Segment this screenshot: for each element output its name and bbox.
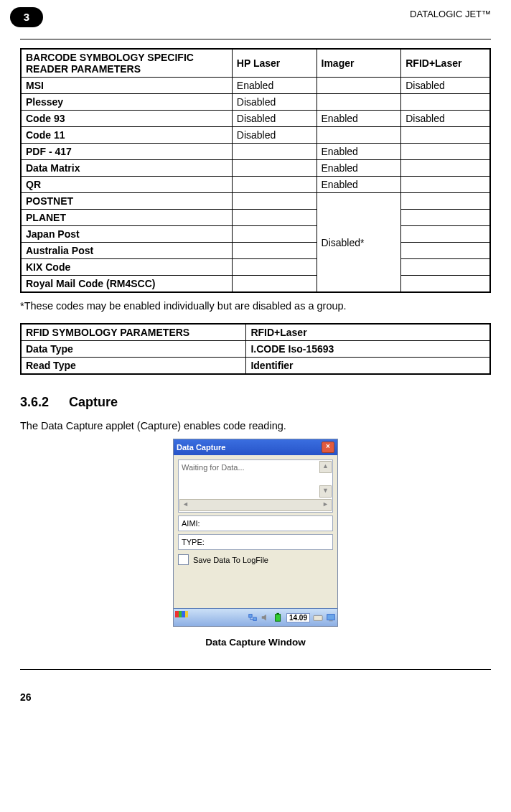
window-titlebar[interactable]: Data Capture × — [174, 439, 337, 455]
page-number: 26 — [20, 691, 491, 703]
start-icon[interactable] — [175, 611, 188, 624]
table-row: MSI Enabled Disabled — [21, 78, 490, 94]
row-name: Australia Post — [21, 243, 232, 259]
barcode-symbology-table: BARCODE SYMBOLOGY SPECIFICREADER PARAMET… — [20, 48, 491, 293]
waiting-text: Waiting for Data... — [182, 463, 245, 472]
svg-rect-6 — [329, 620, 332, 621]
data-capture-window: Data Capture × Waiting for Data... ▲ ▼ ◄… — [173, 439, 338, 627]
cell-rfid: Disabled — [401, 78, 490, 94]
row-name: PDF - 417 — [21, 144, 232, 160]
table-row: Australia Post — [21, 243, 490, 259]
section-body: The Data Capture applet (Capture) enable… — [20, 420, 491, 431]
scroll-down-icon[interactable]: ▼ — [319, 485, 332, 498]
row-name: Code 93 — [21, 111, 232, 127]
row-name: Code 11 — [21, 127, 232, 144]
svg-rect-3 — [276, 613, 279, 615]
cell-hp — [232, 210, 317, 226]
section-number: 3.6.2 — [20, 395, 49, 409]
cell-rfid — [401, 259, 490, 276]
row-name: Read Type — [21, 358, 246, 375]
table-row: Plessey Disabled — [21, 94, 490, 111]
merged-disabled-cell: Disabled* — [317, 193, 401, 293]
tray-battery-icon[interactable] — [273, 612, 283, 622]
svg-rect-5 — [327, 615, 335, 620]
col-header-symbology: BARCODE SYMBOLOGY SPECIFICREADER PARAMET… — [21, 49, 232, 78]
cell-imager: Enabled — [317, 144, 401, 160]
row-name: Data Matrix — [21, 160, 232, 177]
product-name: DATALOGIC JET™ — [410, 9, 491, 19]
row-name: QR — [21, 177, 232, 193]
svg-rect-0 — [249, 615, 252, 617]
cell-rfid — [401, 160, 490, 177]
cell-imager — [317, 94, 401, 111]
taskbar[interactable]: 14.09 — [174, 608, 337, 626]
cell-hp — [232, 226, 317, 243]
col-header-rfid-params: RFID SYMBOLOGY PARAMETERS — [21, 324, 246, 341]
cell-hp — [232, 144, 317, 160]
table-row: Code 93 Disabled Enabled Disabled — [21, 111, 490, 127]
scroll-right-icon[interactable]: ► — [320, 500, 331, 510]
table-row: Data Matrix Enabled — [21, 160, 490, 177]
row-name: KIX Code — [21, 259, 232, 276]
col-header-rfid-laser: RFID+Laser — [246, 324, 490, 341]
col-header-imager: Imager — [317, 49, 401, 78]
aimi-field[interactable]: AIMI: — [178, 515, 333, 531]
header-rule — [20, 39, 491, 39]
col-header-hp: HP Laser — [232, 49, 317, 78]
type-field[interactable]: TYPE: — [178, 534, 333, 550]
taskbar-clock[interactable]: 14.09 — [286, 613, 310, 622]
cell-hp — [232, 193, 317, 210]
footnote: *These codes may be enabled individually… — [20, 300, 491, 312]
cell-rfid — [401, 144, 490, 160]
svg-rect-4 — [314, 615, 322, 620]
cell-rfid — [401, 94, 490, 111]
table-row: Code 11 Disabled — [21, 127, 490, 144]
cell-imager: Enabled — [317, 111, 401, 127]
scroll-up-icon[interactable]: ▲ — [319, 461, 332, 473]
table-row: Royal Mail Code (RM4SCC) — [21, 276, 490, 293]
row-name: PLANET — [21, 210, 232, 226]
tray-keyboard-icon[interactable] — [313, 612, 323, 622]
table-row: KIX Code — [21, 259, 490, 276]
row-name: POSTNET — [21, 193, 232, 210]
cell-rfid — [401, 276, 490, 293]
cell-rfid — [401, 193, 490, 210]
rfid-symbology-table: RFID SYMBOLOGY PARAMETERS RFID+Laser Dat… — [20, 323, 491, 375]
cell-rfid — [401, 210, 490, 226]
save-logfile-checkbox[interactable] — [178, 554, 189, 565]
chapter-badge: 3 — [10, 7, 43, 27]
table-row: Japan Post — [21, 226, 490, 243]
tray-desktop-icon[interactable] — [326, 612, 336, 622]
cell-imager: Enabled — [317, 160, 401, 177]
cell-hp: Enabled — [232, 78, 317, 94]
tray-speaker-icon[interactable] — [261, 612, 271, 622]
cell-rfid — [401, 226, 490, 243]
horizontal-scrollbar[interactable]: ◄► — [179, 499, 332, 511]
table-row: Read Type Identifier — [21, 358, 490, 375]
cell-hp: Disabled — [232, 111, 317, 127]
cell-imager — [317, 127, 401, 144]
close-icon[interactable]: × — [322, 442, 334, 453]
table-row: QR Enabled — [21, 177, 490, 193]
row-name: MSI — [21, 78, 232, 94]
cell-imager — [317, 78, 401, 94]
row-name: Royal Mail Code (RM4SCC) — [21, 276, 232, 293]
svg-rect-2 — [276, 615, 281, 622]
data-textarea[interactable]: Waiting for Data... ▲ ▼ ◄► — [178, 459, 333, 513]
cell-hp: Disabled — [232, 127, 317, 144]
cell-hp — [232, 243, 317, 259]
row-name: Plessey — [21, 94, 232, 111]
tray-network-icon[interactable] — [248, 612, 258, 622]
section-heading: 3.6.2Capture — [20, 395, 491, 410]
cell-hp — [232, 160, 317, 177]
scroll-left-icon[interactable]: ◄ — [180, 500, 191, 510]
table-row: POSTNET Disabled* — [21, 193, 490, 210]
window-title: Data Capture — [177, 443, 225, 452]
cell-hp — [232, 259, 317, 276]
table-row: Data Type I.CODE Iso-15693 — [21, 341, 490, 358]
cell-hp — [232, 177, 317, 193]
cell-imager: Enabled — [317, 177, 401, 193]
cell-rfid — [401, 177, 490, 193]
table-row: PLANET — [21, 210, 490, 226]
section-title: Capture — [69, 395, 118, 409]
